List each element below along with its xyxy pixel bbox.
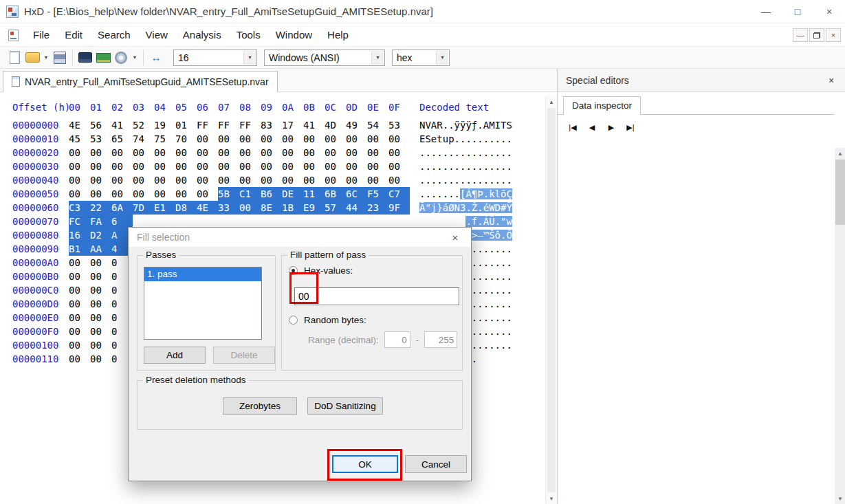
- hex-byte[interactable]: 83: [261, 118, 282, 132]
- hex-byte[interactable]: 00: [90, 283, 111, 297]
- hex-byte[interactable]: 00: [325, 173, 346, 187]
- scroll-down-icon[interactable]: ▼: [835, 493, 845, 504]
- hex-byte[interactable]: 00: [282, 132, 303, 146]
- hex-byte[interactable]: 00: [111, 187, 133, 201]
- hex-byte[interactable]: 00: [69, 187, 90, 201]
- hex-byte[interactable]: 00: [282, 173, 303, 187]
- hex-byte[interactable]: 22: [90, 201, 111, 215]
- hex-byte[interactable]: 00: [111, 173, 133, 187]
- hex-byte[interactable]: 00: [154, 146, 175, 160]
- hex-byte[interactable]: 19: [154, 118, 175, 132]
- hex-byte[interactable]: C7: [388, 187, 410, 201]
- hex-byte[interactable]: AA: [90, 242, 111, 256]
- offset-base-select[interactable]: hex ▼: [392, 50, 450, 66]
- hex-byte[interactable]: 00: [261, 132, 282, 146]
- hex-byte[interactable]: 00: [282, 160, 303, 173]
- hex-byte[interactable]: 75: [154, 132, 175, 146]
- scrollbar-thumb[interactable]: [547, 108, 556, 492]
- hex-byte[interactable]: 33: [218, 201, 239, 215]
- hex-byte[interactable]: 00: [367, 160, 388, 173]
- hex-byte[interactable]: 00: [90, 173, 111, 187]
- decoded-text[interactable]: ESetup..........: [419, 132, 512, 146]
- hex-byte[interactable]: 00: [69, 173, 90, 187]
- hex-byte[interactable]: 00: [90, 297, 111, 311]
- hex-byte[interactable]: 00: [346, 160, 367, 173]
- hex-byte[interactable]: 7D: [133, 201, 154, 215]
- hex-scrollbar[interactable]: ▲ ▼: [545, 96, 557, 504]
- hex-byte[interactable]: 00: [90, 187, 111, 201]
- hex-byte[interactable]: 00: [175, 146, 197, 160]
- hex-byte[interactable]: 00: [69, 146, 90, 160]
- hex-byte[interactable]: 00: [218, 160, 239, 173]
- hex-byte[interactable]: 65: [111, 132, 133, 146]
- hex-byte[interactable]: 00: [69, 311, 90, 325]
- image-dropdown-icon[interactable]: [131, 50, 139, 66]
- hex-byte[interactable]: 00: [239, 146, 261, 160]
- close-icon[interactable]: ×: [448, 230, 463, 244]
- mdi-restore-button[interactable]: [809, 28, 824, 42]
- open-folder-icon[interactable]: [24, 50, 41, 66]
- open-disk-icon[interactable]: [77, 50, 94, 66]
- hex-byte[interactable]: 53: [90, 132, 111, 146]
- minimize-button[interactable]: —: [750, 0, 782, 23]
- hex-byte[interactable]: 00: [111, 160, 133, 173]
- hex-byte[interactable]: FF: [239, 118, 261, 132]
- hex-byte[interactable]: 4D: [325, 118, 346, 132]
- hex-byte[interactable]: 00: [261, 173, 282, 187]
- hex-byte[interactable]: 00: [218, 146, 239, 160]
- hex-byte[interactable]: 00: [346, 173, 367, 187]
- decoded-text[interactable]: NVAR..ÿÿÿƒ.AMITS: [419, 118, 512, 132]
- chevron-down-icon[interactable]: ▼: [371, 51, 384, 65]
- hex-byte[interactable]: D8: [175, 201, 197, 215]
- menu-search[interactable]: Search: [90, 24, 138, 46]
- hex-byte[interactable]: 17: [282, 118, 303, 132]
- hex-byte[interactable]: 00: [69, 338, 90, 352]
- hex-byte[interactable]: 00: [90, 338, 111, 352]
- hex-byte[interactable]: 00: [261, 146, 282, 160]
- hex-byte[interactable]: 56: [90, 118, 111, 132]
- hex-byte[interactable]: F5: [367, 187, 388, 201]
- hex-byte[interactable]: 00: [367, 173, 388, 187]
- menu-analysis[interactable]: Analysis: [175, 24, 229, 46]
- decoded-text[interactable]: ................: [419, 173, 512, 187]
- hex-byte[interactable]: 00: [197, 146, 218, 160]
- hex-byte[interactable]: 00: [154, 187, 175, 201]
- encoding-select[interactable]: Windows (ANSI) ▼: [264, 50, 385, 66]
- bytes-per-row-icon[interactable]: [148, 50, 164, 66]
- mdi-minimize-button[interactable]: —: [793, 28, 808, 42]
- inspector-scrollbar[interactable]: ▲ ▼: [835, 148, 845, 504]
- hex-byte[interactable]: FA: [90, 215, 111, 228]
- hex-byte[interactable]: 00: [69, 352, 90, 366]
- hex-byte[interactable]: FF: [197, 118, 218, 132]
- menu-help[interactable]: Help: [320, 24, 356, 46]
- open-disk-image-icon[interactable]: [113, 50, 129, 66]
- scroll-up-icon[interactable]: ▲: [546, 96, 557, 107]
- hex-byte[interactable]: 00: [282, 146, 303, 160]
- passes-list[interactable]: 1. pass: [144, 267, 262, 340]
- hex-byte[interactable]: 00: [90, 311, 111, 325]
- hex-byte[interactable]: 00: [133, 160, 154, 173]
- hex-byte[interactable]: 45: [69, 132, 90, 146]
- hex-byte[interactable]: 00: [197, 160, 218, 173]
- hex-byte[interactable]: 00: [239, 132, 261, 146]
- hex-byte[interactable]: 4E: [197, 201, 218, 215]
- hex-byte[interactable]: FC: [69, 215, 90, 228]
- hex-byte[interactable]: 00: [239, 160, 261, 173]
- hex-byte[interactable]: 00: [90, 160, 111, 173]
- hex-byte[interactable]: 01: [175, 118, 197, 132]
- hex-byte[interactable]: 6A: [111, 201, 133, 215]
- hex-byte[interactable]: 00: [69, 256, 90, 270]
- decoded-text[interactable]: ................: [419, 146, 512, 160]
- hex-byte[interactable]: 00: [325, 132, 346, 146]
- hex-byte[interactable]: 52: [133, 118, 154, 132]
- hex-byte[interactable]: 16: [69, 228, 90, 242]
- goto-end-icon[interactable]: ▶|: [624, 120, 637, 134]
- hex-byte[interactable]: 00: [303, 160, 325, 173]
- hex-byte[interactable]: 00: [239, 201, 261, 215]
- hex-byte[interactable]: 00: [154, 160, 175, 173]
- scrollbar-thumb[interactable]: [835, 160, 845, 225]
- hex-byte[interactable]: 00: [175, 187, 197, 201]
- hex-byte[interactable]: 00: [133, 187, 154, 201]
- hex-byte[interactable]: 00: [69, 160, 90, 173]
- dod-sanitizing-button[interactable]: DoD Sanitizing: [307, 397, 383, 415]
